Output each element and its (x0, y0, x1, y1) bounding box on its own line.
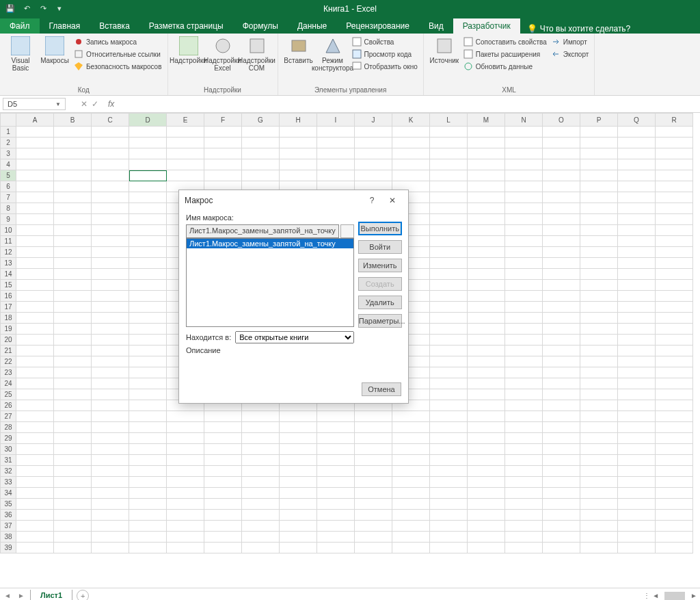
cell[interactable] (656, 138, 693, 148)
cell[interactable] (16, 247, 54, 258)
cell[interactable] (430, 499, 468, 510)
cell[interactable] (505, 247, 543, 258)
cell[interactable] (92, 477, 129, 488)
cell[interactable] (430, 302, 468, 313)
cell[interactable] (280, 444, 317, 455)
cell[interactable] (656, 356, 693, 367)
cell[interactable] (580, 488, 618, 499)
cell[interactable] (580, 455, 618, 466)
cell[interactable] (505, 269, 543, 280)
cell[interactable] (505, 170, 543, 181)
row-header[interactable]: 16 (1, 291, 16, 302)
cell[interactable] (54, 203, 92, 214)
cell[interactable] (317, 499, 355, 510)
options-button[interactable]: Параметры... (358, 314, 402, 328)
cell[interactable] (129, 214, 167, 225)
cell[interactable] (54, 543, 92, 553)
cell[interactable] (16, 280, 54, 291)
cell[interactable] (54, 466, 92, 477)
cell[interactable] (92, 356, 129, 367)
cell[interactable] (92, 389, 129, 400)
cell[interactable] (618, 280, 656, 291)
col-header[interactable]: Q (618, 114, 656, 127)
cell[interactable] (280, 411, 317, 422)
row-header[interactable]: 32 (1, 466, 16, 477)
cell[interactable] (54, 389, 92, 400)
cell[interactable] (618, 389, 656, 400)
cell[interactable] (204, 148, 242, 159)
cell[interactable] (468, 389, 505, 400)
cell[interactable] (54, 356, 92, 367)
cell[interactable] (92, 181, 129, 192)
cell[interactable] (129, 499, 167, 510)
cell[interactable] (92, 466, 129, 477)
cell[interactable] (656, 214, 693, 225)
hscroll-right-icon[interactable]: ► (690, 592, 697, 599)
cell[interactable] (317, 477, 355, 488)
cell[interactable] (92, 148, 129, 159)
cell[interactable] (505, 400, 543, 411)
cell[interactable] (468, 280, 505, 291)
cell[interactable] (355, 411, 392, 422)
refresh-data-button[interactable]: Обновить данные (462, 61, 548, 72)
cell[interactable] (392, 521, 430, 532)
row-header[interactable]: 23 (1, 367, 16, 378)
cell[interactable] (618, 302, 656, 313)
cell[interactable] (167, 127, 204, 138)
cell[interactable] (430, 521, 468, 532)
cell[interactable] (92, 510, 129, 521)
cell[interactable] (54, 280, 92, 291)
cell[interactable] (392, 138, 430, 148)
cell[interactable] (618, 181, 656, 192)
cell[interactable] (656, 378, 693, 389)
cell[interactable] (618, 488, 656, 499)
sheet-tab[interactable]: Лист1 (30, 590, 72, 600)
row-header[interactable]: 26 (1, 400, 16, 411)
cell[interactable] (92, 258, 129, 269)
cell[interactable] (16, 345, 54, 356)
cell[interactable] (16, 291, 54, 302)
cell[interactable] (656, 225, 693, 236)
cell[interactable] (543, 455, 580, 466)
cell[interactable] (167, 444, 204, 455)
xml-source-button[interactable]: Источник (428, 35, 461, 86)
cell[interactable] (656, 302, 693, 313)
cell[interactable] (92, 214, 129, 225)
cell[interactable] (656, 148, 693, 159)
cell[interactable] (505, 258, 543, 269)
cell[interactable] (16, 236, 54, 247)
cell[interactable] (92, 247, 129, 258)
cell[interactable] (580, 225, 618, 236)
cell[interactable] (16, 203, 54, 214)
cell[interactable] (129, 444, 167, 455)
cell[interactable] (468, 214, 505, 225)
delete-button[interactable]: Удалить (358, 296, 402, 309)
cell[interactable] (505, 345, 543, 356)
cell[interactable] (618, 466, 656, 477)
cell[interactable] (317, 411, 355, 422)
cell[interactable] (204, 455, 242, 466)
cell[interactable] (543, 378, 580, 389)
properties-button[interactable]: Свойства (351, 36, 419, 47)
cell[interactable] (505, 324, 543, 335)
cell[interactable] (580, 466, 618, 477)
cell[interactable] (505, 378, 543, 389)
cell[interactable] (16, 127, 54, 138)
cell[interactable] (129, 148, 167, 159)
cell[interactable] (355, 543, 392, 553)
cell[interactable] (543, 247, 580, 258)
cell[interactable] (580, 499, 618, 510)
row-header[interactable]: 27 (1, 411, 16, 422)
cell[interactable] (505, 477, 543, 488)
cell[interactable] (355, 466, 392, 477)
cell[interactable] (16, 455, 54, 466)
cell[interactable] (54, 236, 92, 247)
cell[interactable] (317, 510, 355, 521)
cell[interactable] (204, 159, 242, 170)
cell[interactable] (543, 389, 580, 400)
cell[interactable] (92, 433, 129, 444)
cell[interactable] (468, 313, 505, 324)
macro-list-item[interactable]: Лист1.Макрос_замены_запятой_на_точку (187, 239, 353, 248)
cell[interactable] (618, 477, 656, 488)
cell[interactable] (656, 411, 693, 422)
